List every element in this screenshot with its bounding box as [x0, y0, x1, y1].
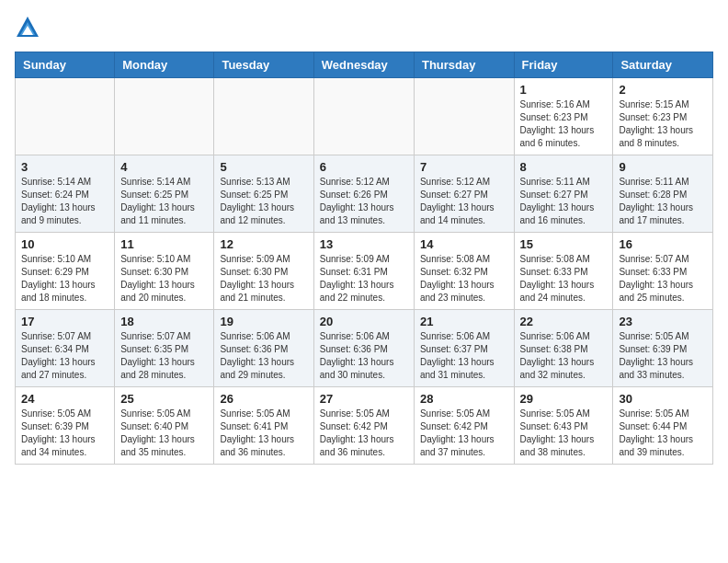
day-info: Sunrise: 5:05 AM Sunset: 6:39 PM Dayligh…	[21, 408, 108, 459]
day-number: 6	[320, 160, 408, 174]
weekday-header-saturday: Saturday	[613, 52, 713, 78]
day-number: 5	[220, 160, 307, 174]
calendar-day-cell: 26Sunrise: 5:05 AM Sunset: 6:41 PM Dayli…	[214, 387, 313, 465]
logo-icon	[15, 15, 40, 40]
day-number: 21	[420, 315, 508, 328]
calendar-day-cell: 12Sunrise: 5:09 AM Sunset: 6:30 PM Dayli…	[214, 233, 313, 310]
weekday-header-row: SundayMondayTuesdayWednesdayThursdayFrid…	[16, 52, 713, 78]
day-number: 27	[320, 392, 408, 406]
day-number: 29	[520, 392, 608, 406]
logo	[15, 15, 44, 40]
calendar-day-cell	[115, 78, 214, 155]
day-number: 22	[520, 315, 608, 328]
day-number: 7	[420, 160, 508, 174]
day-info: Sunrise: 5:14 AM Sunset: 6:24 PM Dayligh…	[21, 176, 108, 227]
day-number: 30	[619, 392, 707, 406]
day-info: Sunrise: 5:12 AM Sunset: 6:26 PM Dayligh…	[320, 176, 408, 227]
day-info: Sunrise: 5:08 AM Sunset: 6:32 PM Dayligh…	[420, 253, 508, 304]
day-info: Sunrise: 5:10 AM Sunset: 6:30 PM Dayligh…	[120, 253, 208, 304]
day-number: 18	[120, 315, 208, 328]
calendar-day-cell: 21Sunrise: 5:06 AM Sunset: 6:37 PM Dayli…	[414, 310, 514, 387]
calendar-week-row: 1Sunrise: 5:16 AM Sunset: 6:23 PM Daylig…	[16, 78, 713, 155]
day-number: 15	[520, 237, 608, 251]
weekday-header-friday: Friday	[514, 52, 613, 78]
weekday-header-tuesday: Tuesday	[214, 52, 313, 78]
day-number: 20	[320, 315, 408, 328]
day-info: Sunrise: 5:16 AM Sunset: 6:23 PM Dayligh…	[520, 98, 608, 150]
calendar-day-cell: 6Sunrise: 5:12 AM Sunset: 6:26 PM Daylig…	[313, 155, 414, 233]
day-info: Sunrise: 5:05 AM Sunset: 6:41 PM Dayligh…	[220, 408, 307, 459]
calendar-day-cell: 24Sunrise: 5:05 AM Sunset: 6:39 PM Dayli…	[16, 387, 115, 465]
day-info: Sunrise: 5:11 AM Sunset: 6:28 PM Dayligh…	[619, 176, 707, 227]
day-number: 16	[619, 237, 707, 251]
calendar-day-cell: 13Sunrise: 5:09 AM Sunset: 6:31 PM Dayli…	[313, 233, 414, 310]
calendar-day-cell: 25Sunrise: 5:05 AM Sunset: 6:40 PM Dayli…	[115, 387, 214, 465]
weekday-header-sunday: Sunday	[16, 52, 115, 78]
calendar-day-cell: 28Sunrise: 5:05 AM Sunset: 6:42 PM Dayli…	[414, 387, 514, 465]
weekday-header-thursday: Thursday	[414, 52, 514, 78]
day-number: 2	[619, 83, 707, 97]
day-info: Sunrise: 5:10 AM Sunset: 6:29 PM Dayligh…	[21, 253, 108, 304]
calendar-day-cell: 7Sunrise: 5:12 AM Sunset: 6:27 PM Daylig…	[414, 155, 514, 233]
calendar-day-cell: 30Sunrise: 5:05 AM Sunset: 6:44 PM Dayli…	[613, 387, 713, 465]
day-info: Sunrise: 5:09 AM Sunset: 6:31 PM Dayligh…	[320, 253, 408, 304]
day-info: Sunrise: 5:14 AM Sunset: 6:25 PM Dayligh…	[120, 176, 208, 227]
day-info: Sunrise: 5:08 AM Sunset: 6:33 PM Dayligh…	[520, 253, 608, 304]
day-number: 10	[21, 237, 108, 251]
calendar-day-cell	[313, 78, 414, 155]
calendar-day-cell: 2Sunrise: 5:15 AM Sunset: 6:23 PM Daylig…	[613, 78, 713, 155]
calendar-day-cell: 16Sunrise: 5:07 AM Sunset: 6:33 PM Dayli…	[613, 233, 713, 310]
day-number: 12	[220, 237, 307, 251]
day-number: 8	[520, 160, 608, 174]
weekday-header-monday: Monday	[115, 52, 214, 78]
day-number: 4	[120, 160, 208, 174]
day-info: Sunrise: 5:12 AM Sunset: 6:27 PM Dayligh…	[420, 176, 508, 227]
calendar-day-cell: 19Sunrise: 5:06 AM Sunset: 6:36 PM Dayli…	[214, 310, 313, 387]
day-info: Sunrise: 5:05 AM Sunset: 6:39 PM Dayligh…	[619, 330, 707, 382]
day-info: Sunrise: 5:07 AM Sunset: 6:33 PM Dayligh…	[619, 253, 707, 304]
page-header	[15, 15, 713, 40]
calendar-week-row: 17Sunrise: 5:07 AM Sunset: 6:34 PM Dayli…	[16, 310, 713, 387]
day-info: Sunrise: 5:09 AM Sunset: 6:30 PM Dayligh…	[220, 253, 307, 304]
calendar-day-cell: 5Sunrise: 5:13 AM Sunset: 6:25 PM Daylig…	[214, 155, 313, 233]
calendar-day-cell: 20Sunrise: 5:06 AM Sunset: 6:36 PM Dayli…	[313, 310, 414, 387]
day-number: 25	[120, 392, 208, 406]
calendar-day-cell: 23Sunrise: 5:05 AM Sunset: 6:39 PM Dayli…	[613, 310, 713, 387]
calendar-day-cell	[414, 78, 514, 155]
day-info: Sunrise: 5:06 AM Sunset: 6:38 PM Dayligh…	[520, 330, 608, 382]
day-number: 24	[21, 392, 108, 406]
day-info: Sunrise: 5:05 AM Sunset: 6:42 PM Dayligh…	[420, 408, 508, 459]
calendar-day-cell: 9Sunrise: 5:11 AM Sunset: 6:28 PM Daylig…	[613, 155, 713, 233]
day-number: 19	[220, 315, 307, 328]
day-info: Sunrise: 5:07 AM Sunset: 6:34 PM Dayligh…	[21, 330, 108, 382]
calendar-day-cell	[16, 78, 115, 155]
day-number: 1	[520, 83, 608, 97]
day-number: 14	[420, 237, 508, 251]
day-info: Sunrise: 5:06 AM Sunset: 6:36 PM Dayligh…	[320, 330, 408, 382]
day-info: Sunrise: 5:07 AM Sunset: 6:35 PM Dayligh…	[120, 330, 208, 382]
calendar-day-cell: 10Sunrise: 5:10 AM Sunset: 6:29 PM Dayli…	[16, 233, 115, 310]
day-info: Sunrise: 5:15 AM Sunset: 6:23 PM Dayligh…	[619, 98, 707, 150]
calendar-day-cell	[214, 78, 313, 155]
calendar-week-row: 3Sunrise: 5:14 AM Sunset: 6:24 PM Daylig…	[16, 155, 713, 233]
day-info: Sunrise: 5:06 AM Sunset: 6:36 PM Dayligh…	[220, 330, 307, 382]
calendar-day-cell: 11Sunrise: 5:10 AM Sunset: 6:30 PM Dayli…	[115, 233, 214, 310]
calendar-day-cell: 1Sunrise: 5:16 AM Sunset: 6:23 PM Daylig…	[514, 78, 613, 155]
day-info: Sunrise: 5:05 AM Sunset: 6:44 PM Dayligh…	[619, 408, 707, 459]
day-info: Sunrise: 5:05 AM Sunset: 6:40 PM Dayligh…	[120, 408, 208, 459]
calendar-day-cell: 8Sunrise: 5:11 AM Sunset: 6:27 PM Daylig…	[514, 155, 613, 233]
calendar-day-cell: 14Sunrise: 5:08 AM Sunset: 6:32 PM Dayli…	[414, 233, 514, 310]
calendar-day-cell: 4Sunrise: 5:14 AM Sunset: 6:25 PM Daylig…	[115, 155, 214, 233]
day-info: Sunrise: 5:13 AM Sunset: 6:25 PM Dayligh…	[220, 176, 307, 227]
day-number: 17	[21, 315, 108, 328]
calendar-week-row: 10Sunrise: 5:10 AM Sunset: 6:29 PM Dayli…	[16, 233, 713, 310]
calendar-week-row: 24Sunrise: 5:05 AM Sunset: 6:39 PM Dayli…	[16, 387, 713, 465]
calendar-day-cell: 29Sunrise: 5:05 AM Sunset: 6:43 PM Dayli…	[514, 387, 613, 465]
day-number: 3	[21, 160, 108, 174]
calendar-day-cell: 22Sunrise: 5:06 AM Sunset: 6:38 PM Dayli…	[514, 310, 613, 387]
day-info: Sunrise: 5:11 AM Sunset: 6:27 PM Dayligh…	[520, 176, 608, 227]
calendar-day-cell: 3Sunrise: 5:14 AM Sunset: 6:24 PM Daylig…	[16, 155, 115, 233]
calendar-day-cell: 27Sunrise: 5:05 AM Sunset: 6:42 PM Dayli…	[313, 387, 414, 465]
day-number: 11	[120, 237, 208, 251]
day-number: 23	[619, 315, 707, 328]
